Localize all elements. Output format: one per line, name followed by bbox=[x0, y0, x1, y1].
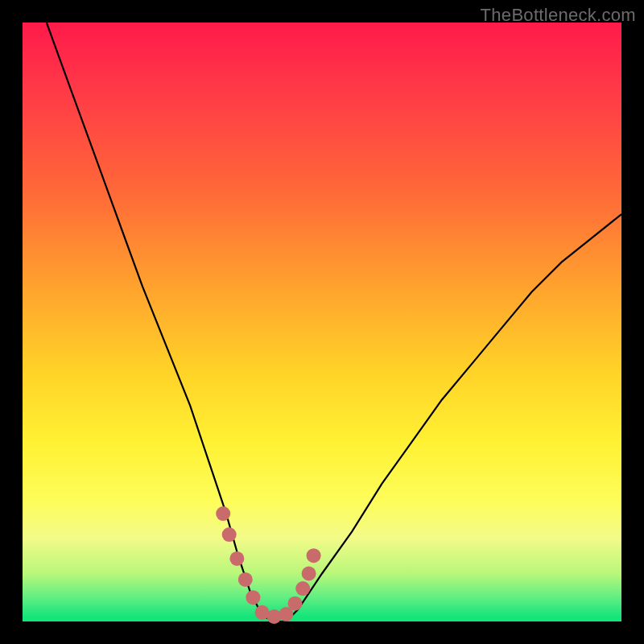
valley-marker bbox=[246, 590, 260, 605]
valley-marker bbox=[302, 567, 316, 581]
chart-frame: TheBottleneck.com bbox=[0, 0, 644, 644]
valley-marker bbox=[307, 548, 321, 563]
valley-marker bbox=[222, 527, 237, 542]
plot-area bbox=[23, 23, 621, 621]
valley-marker bbox=[288, 597, 303, 611]
valley-marker bbox=[216, 506, 230, 521]
watermark-text: TheBottleneck.com bbox=[481, 5, 636, 26]
valley-marker bbox=[229, 551, 244, 566]
valley-markers-group bbox=[216, 506, 320, 624]
valley-marker bbox=[295, 581, 310, 596]
valley-marker bbox=[267, 609, 282, 624]
bottleneck-curve-path bbox=[47, 23, 621, 621]
valley-marker bbox=[238, 572, 253, 587]
chart-svg bbox=[23, 23, 621, 621]
